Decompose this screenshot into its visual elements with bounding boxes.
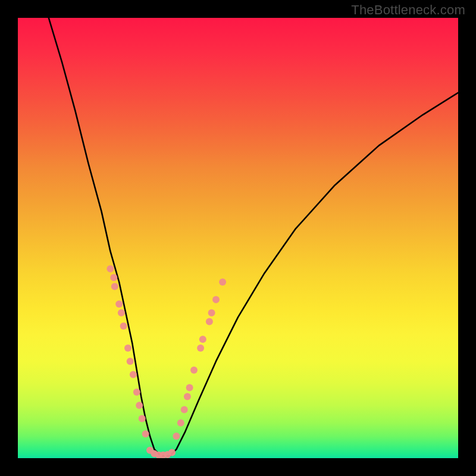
- svg-point-23: [186, 384, 193, 392]
- svg-point-4: [118, 309, 125, 317]
- chart-frame: TheBottleneck.com: [0, 0, 476, 476]
- svg-point-2: [111, 283, 118, 290]
- curve-overlay: [18, 18, 458, 458]
- svg-point-19: [173, 433, 180, 440]
- svg-point-22: [184, 393, 191, 400]
- svg-point-18: [168, 449, 176, 456]
- svg-point-28: [208, 309, 215, 317]
- svg-point-26: [199, 336, 206, 343]
- svg-point-25: [197, 345, 204, 352]
- svg-point-1: [110, 274, 117, 281]
- bottleneck-curve: [49, 18, 458, 456]
- svg-point-20: [177, 419, 184, 427]
- svg-point-24: [190, 367, 198, 374]
- svg-point-11: [139, 415, 146, 422]
- svg-point-9: [133, 389, 140, 396]
- svg-point-21: [181, 406, 188, 414]
- svg-point-29: [212, 296, 220, 303]
- svg-point-0: [107, 265, 114, 273]
- svg-point-7: [127, 358, 134, 365]
- svg-point-6: [124, 345, 131, 352]
- data-markers: [107, 265, 226, 458]
- svg-point-3: [115, 300, 123, 308]
- svg-point-12: [142, 430, 149, 437]
- svg-point-8: [130, 371, 137, 378]
- svg-point-27: [206, 318, 213, 325]
- svg-point-10: [136, 402, 143, 409]
- svg-point-5: [120, 322, 127, 330]
- plot-area: [18, 18, 458, 458]
- watermark-text: TheBottleneck.com: [351, 2, 465, 18]
- svg-point-30: [219, 278, 226, 286]
